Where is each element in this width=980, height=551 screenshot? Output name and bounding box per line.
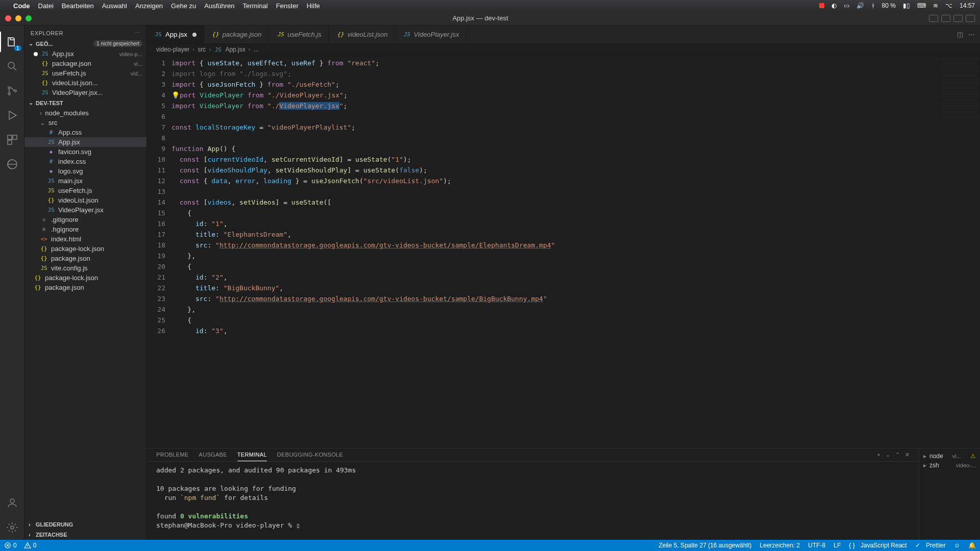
- activity-search[interactable]: [0, 54, 24, 79]
- activity-extensions[interactable]: [0, 128, 24, 152]
- section-project[interactable]: ⌄ DEV-TEST: [24, 97, 146, 108]
- file-item[interactable]: #App.css: [24, 128, 146, 137]
- tab-more-icon[interactable]: ⋯: [968, 31, 975, 38]
- layout-full-icon[interactable]: [966, 15, 975, 22]
- menu-window[interactable]: Fenster: [276, 2, 299, 10]
- panel-tab[interactable]: TERMINAL: [237, 452, 267, 461]
- activity-debug[interactable]: [0, 103, 24, 128]
- layout-right-icon[interactable]: [953, 15, 963, 22]
- status-prettier[interactable]: ✓ Prettier: [915, 542, 946, 549]
- control-center-icon[interactable]: ⌥: [945, 2, 952, 9]
- layout-left-icon[interactable]: [929, 15, 938, 22]
- section-outline[interactable]: › GLIEDERUNG: [24, 519, 146, 530]
- terminal-dropdown-icon[interactable]: ⌄: [886, 452, 890, 461]
- keyboard-icon[interactable]: ⌨: [917, 2, 926, 9]
- open-editor-item[interactable]: {}package.jsonvi...: [24, 59, 146, 68]
- file-item[interactable]: JSvite.config.js: [24, 263, 146, 273]
- line-gutter[interactable]: 1234567891011121314151617181920212223242…: [147, 56, 172, 448]
- activity-explorer[interactable]: 1: [0, 30, 24, 54]
- sidebar-more-icon[interactable]: ⋯: [135, 30, 141, 36]
- status-bell-icon[interactable]: 🔔: [968, 542, 976, 549]
- clock[interactable]: 14:57: [960, 2, 975, 9]
- file-item[interactable]: ◆favicon.svg: [24, 147, 146, 157]
- activity-account[interactable]: [0, 491, 24, 515]
- editor-tab[interactable]: JSVideoPlayer.jsx: [396, 26, 467, 43]
- menu-selection[interactable]: Auswahl: [102, 2, 127, 10]
- display-icon[interactable]: ▭: [844, 2, 849, 9]
- status-errors[interactable]: 0: [4, 542, 17, 549]
- panel-close-icon[interactable]: ✕: [905, 452, 910, 461]
- open-editor-item[interactable]: {}videoList.json...: [24, 78, 146, 88]
- window-minimize-button[interactable]: [15, 15, 21, 21]
- activity-scm[interactable]: [0, 79, 24, 103]
- panel-tab[interactable]: PROBLEME: [156, 452, 189, 461]
- menu-help[interactable]: Hilfe: [307, 2, 320, 10]
- terminal-instance[interactable]: ▸nodevi...⚠: [923, 452, 976, 461]
- layout-bottom-icon[interactable]: [941, 15, 950, 22]
- minimap[interactable]: [939, 56, 980, 448]
- file-item[interactable]: {}package-lock.json: [24, 273, 146, 283]
- file-item[interactable]: JSuseFetch.js: [24, 186, 146, 195]
- editor-tab[interactable]: {}package.json: [204, 26, 270, 43]
- breadcrumbs[interactable]: video-player› src› JS App.jsx› ...: [147, 44, 980, 56]
- terminal-instance[interactable]: ▸zshvideo-...: [923, 461, 976, 470]
- svg-rect-5: [13, 135, 17, 139]
- section-open-editors[interactable]: ⌄ GEÖ... 1 nicht gespeichert: [24, 38, 146, 49]
- open-editor-item[interactable]: JSVideoPlayer.jsx...: [24, 88, 146, 97]
- file-item[interactable]: {}package.json: [24, 254, 146, 263]
- file-item[interactable]: <>index.html: [24, 234, 146, 244]
- menu-app-name[interactable]: Code: [13, 2, 30, 10]
- menu-edit[interactable]: Bearbeiten: [62, 2, 94, 10]
- status-cursor[interactable]: Zeile 5, Spalte 27 (16 ausgewählt): [658, 542, 751, 549]
- activity-settings[interactable]: [0, 515, 24, 540]
- new-terminal-icon[interactable]: +: [877, 452, 880, 461]
- tree-label: App.jsx: [58, 138, 80, 146]
- bluetooth-icon[interactable]: ᚼ: [871, 2, 875, 9]
- file-item[interactable]: JSApp.jsx: [24, 137, 146, 147]
- status-lang[interactable]: { } JavaScript React: [849, 542, 906, 549]
- open-editor-item[interactable]: JSuseFetch.jsvid...: [24, 68, 146, 78]
- open-editor-item[interactable]: JSApp.jsxvideo-p...: [24, 49, 146, 59]
- file-item[interactable]: JSmain.jsx: [24, 176, 146, 186]
- file-item[interactable]: ◇.gitignore: [24, 215, 146, 224]
- file-item[interactable]: {}package-lock.json: [24, 244, 146, 254]
- file-item[interactable]: ≡.hgignore: [24, 224, 146, 234]
- chevron-right-icon: ›: [29, 532, 34, 538]
- window-maximize-button[interactable]: [26, 15, 32, 21]
- volume-icon[interactable]: 🔊: [856, 2, 864, 9]
- editor-tab[interactable]: {}videoList.json: [329, 26, 396, 43]
- status-spaces[interactable]: Leerzeichen: 2: [760, 542, 800, 549]
- section-timeline[interactable]: › ZEITACHSE: [24, 530, 146, 540]
- editor-tab[interactable]: JSuseFetch.js: [269, 26, 329, 43]
- window-close-button[interactable]: [5, 15, 11, 21]
- menu-go[interactable]: Gehe zu: [171, 2, 196, 10]
- file-item[interactable]: #index.css: [24, 157, 146, 166]
- editor-tab[interactable]: JSApp.jsx: [147, 26, 204, 43]
- panel-tab[interactable]: AUSGABE: [199, 452, 227, 461]
- panel-maximize-icon[interactable]: ⌃: [895, 452, 900, 461]
- terminal-output[interactable]: added 2 packages, and audited 90 package…: [147, 462, 919, 540]
- file-item[interactable]: JSVideoPlayer.jsx: [24, 205, 146, 215]
- wifi-icon[interactable]: ≋: [933, 2, 938, 9]
- panel-tab[interactable]: DEBUGGING-KONSOLE: [277, 452, 343, 461]
- menubar-icon[interactable]: ◐: [831, 2, 837, 9]
- code-editor[interactable]: import { useState, useEffect, useRef } f…: [172, 56, 939, 448]
- file-item[interactable]: {}package.json: [24, 283, 146, 292]
- battery-icon[interactable]: ▮▯: [903, 2, 910, 9]
- status-warnings[interactable]: 0: [24, 542, 37, 549]
- menu-run[interactable]: Ausführen: [204, 2, 234, 10]
- status-encoding[interactable]: UTF-8: [808, 542, 825, 549]
- activity-liveshare[interactable]: [0, 152, 24, 177]
- battery-percent[interactable]: 80 %: [882, 2, 896, 9]
- menu-file[interactable]: Datei: [38, 2, 54, 10]
- status-eol[interactable]: LF: [834, 542, 841, 549]
- file-item[interactable]: {}videoList.json: [24, 195, 146, 205]
- status-feedback-icon[interactable]: ☺: [954, 542, 960, 549]
- menu-terminal[interactable]: Terminal: [243, 2, 268, 10]
- recording-indicator-icon[interactable]: [819, 3, 824, 8]
- file-item[interactable]: ◆logo.svg: [24, 166, 146, 176]
- folder-item[interactable]: ⌄src: [24, 118, 146, 128]
- split-editor-icon[interactable]: ◫: [957, 31, 963, 38]
- folder-item[interactable]: ›node_modules: [24, 108, 146, 118]
- menu-view[interactable]: Anzeigen: [135, 2, 163, 10]
